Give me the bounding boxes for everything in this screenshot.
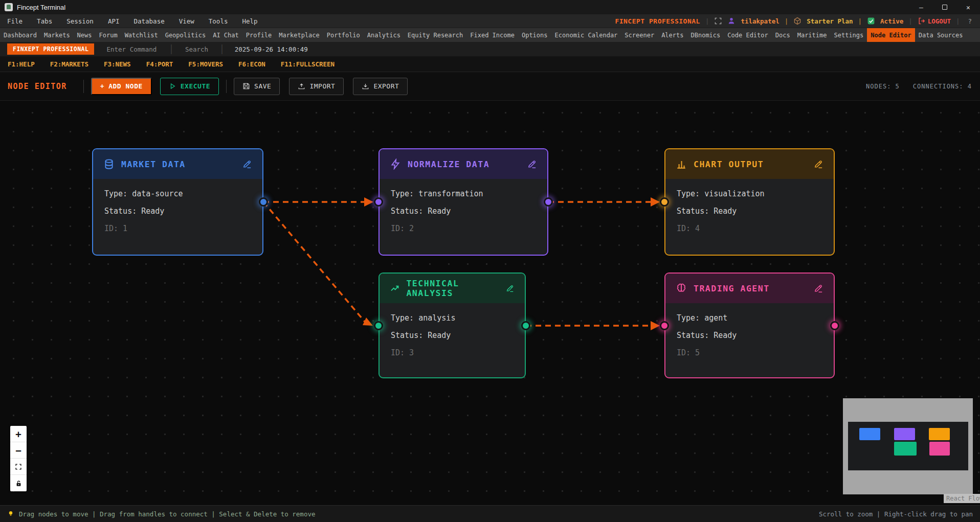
tab-code-editor[interactable]: Code Editor (724, 28, 771, 42)
fkey-news[interactable]: F3:NEWS (104, 60, 131, 68)
separator: | (705, 17, 709, 25)
status-hint-right: Scroll to zoom | Right-click drag to pan (819, 510, 980, 518)
minimap-node-normalize (894, 428, 915, 440)
status-bar: Drag nodes to move | Drag from handles t… (0, 505, 980, 522)
fullscreen-icon[interactable] (714, 17, 722, 25)
tab-economic-calendar[interactable]: Economic Calendar (551, 28, 621, 42)
minimap[interactable] (843, 398, 973, 494)
minimize-button[interactable]: — (909, 0, 933, 14)
tab-screener[interactable]: Screener (621, 28, 658, 42)
logout-label: LOGOUT (928, 17, 951, 25)
tab-profile[interactable]: Profile (242, 28, 276, 42)
tab-markets[interactable]: Markets (40, 28, 74, 42)
menu-help[interactable]: Help (235, 17, 264, 25)
handle-technical-out[interactable] (521, 321, 530, 330)
edge-arrowhead (651, 197, 660, 207)
execute-button[interactable]: EXECUTE (160, 78, 219, 95)
react-flow-attribution[interactable]: React Flow (944, 494, 980, 503)
tab-news[interactable]: News (74, 28, 96, 42)
status-active-label: Active (880, 17, 903, 25)
plan-label: Starter Plan (807, 17, 853, 25)
command-bar: FINXEPT PROFESSIONAL Enter Command │ Sea… (0, 42, 980, 57)
fkey-movers[interactable]: F5:MOVERS (188, 60, 223, 68)
edge-arrowhead (364, 197, 373, 207)
tab-forum[interactable]: Forum (96, 28, 121, 42)
menu-api[interactable]: API (101, 17, 127, 25)
handle-chart-output-in[interactable] (660, 197, 669, 207)
minimap-node-trading-agent (929, 442, 950, 456)
logout-button[interactable]: LOGOUT (918, 17, 951, 25)
lock-button[interactable] (10, 475, 27, 491)
menu-session[interactable]: Session (59, 17, 101, 25)
tab-dashboard[interactable]: Dashboard (0, 28, 40, 42)
tab-data-sources[interactable]: Data Sources (915, 28, 967, 42)
edge-arrowhead (651, 321, 660, 330)
command-input[interactable]: Enter Command (101, 46, 162, 53)
menu-database[interactable]: Database (126, 17, 171, 25)
handle-market-data-out[interactable] (259, 197, 268, 207)
tab-options[interactable]: Options (518, 28, 551, 42)
tab-node-editor[interactable]: Node Editor (867, 28, 915, 42)
menu-bar: File Tabs Session API Database View Tool… (0, 14, 980, 28)
tab-alerts[interactable]: Alerts (658, 28, 687, 42)
fkey-markets[interactable]: F2:MARKETS (50, 60, 88, 68)
divider (83, 80, 84, 93)
connections-count: CONNECTIONS: 4 (913, 83, 972, 90)
tab-maritime[interactable]: Maritime (794, 28, 831, 42)
execute-label: EXECUTE (181, 82, 210, 90)
import-button[interactable]: IMPORT (289, 78, 344, 95)
menu-view[interactable]: View (172, 17, 202, 25)
handle-normalize-in[interactable] (374, 197, 383, 207)
fkey-help[interactable]: F1:HELP (8, 60, 35, 68)
tab-analytics[interactable]: Analytics (364, 28, 404, 42)
maximize-icon (942, 5, 947, 10)
tab-docs[interactable]: Docs (772, 28, 794, 42)
tab-geopolitics[interactable]: Geopolitics (162, 28, 209, 42)
save-button[interactable]: SAVE (234, 78, 280, 95)
nodes-count: NODES: 5 (866, 83, 900, 90)
tab-settings[interactable]: Settings (830, 28, 867, 42)
divider (226, 80, 227, 93)
bulb-icon (7, 510, 14, 517)
brand-label: FINCEPT PROFESSIONAL (615, 17, 700, 25)
handle-normalize-out[interactable] (544, 197, 553, 207)
username-label: tilakpatel (741, 17, 779, 25)
save-icon (242, 82, 250, 90)
maximize-button[interactable] (933, 0, 956, 14)
tab-portfolio[interactable]: Portfolio (323, 28, 364, 42)
check-icon (867, 17, 875, 25)
status-hint-left: Drag nodes to move | Drag from handles t… (19, 510, 315, 518)
separator: | (908, 17, 912, 25)
menu-tools[interactable]: Tools (202, 17, 235, 25)
fit-view-button[interactable] (10, 459, 27, 475)
handle-trading-agent-out[interactable] (830, 321, 839, 330)
menu-file[interactable]: File (0, 17, 30, 25)
fkey-port[interactable]: F4:PORT (146, 60, 173, 68)
package-icon (793, 17, 801, 25)
flow-canvas[interactable]: MARKET DATA Type: data-source Status: Re… (0, 101, 980, 505)
tab-marketplace[interactable]: Marketplace (275, 28, 323, 42)
minimap-node-market-data (859, 428, 880, 440)
save-label: SAVE (254, 82, 271, 90)
edge-marketdata-technical[interactable] (263, 202, 365, 322)
function-key-bar: F1:HELP F2:MARKETS F3:NEWS F4:PORT F5:MO… (0, 57, 980, 72)
edges-layer (0, 101, 980, 505)
zoom-out-button[interactable]: − (10, 442, 27, 459)
fkey-econ[interactable]: F6:ECON (238, 60, 265, 68)
export-button[interactable]: EXPORT (353, 78, 408, 95)
tab-fixed-income[interactable]: Fixed Income (466, 28, 518, 42)
menu-tabs[interactable]: Tabs (30, 17, 59, 25)
zoom-in-button[interactable]: + (10, 426, 27, 442)
add-node-button[interactable]: + ADD NODE (91, 78, 152, 95)
fkey-fullscreen[interactable]: F11:FULLSCREEN (281, 60, 335, 68)
search-input[interactable]: Search (181, 46, 212, 53)
tab-equity-research[interactable]: Equity Research (404, 28, 466, 42)
handle-trading-agent-in[interactable] (660, 321, 669, 330)
help-button[interactable]: ? (965, 17, 975, 25)
tab-dbnomics[interactable]: DBnomics (687, 28, 724, 42)
tab-watchlist[interactable]: Watchlist (121, 28, 162, 42)
import-label: IMPORT (309, 82, 335, 90)
tab-ai-chat[interactable]: AI Chat (209, 28, 242, 42)
handle-technical-in[interactable] (374, 321, 383, 330)
close-button[interactable]: ✕ (956, 0, 980, 14)
